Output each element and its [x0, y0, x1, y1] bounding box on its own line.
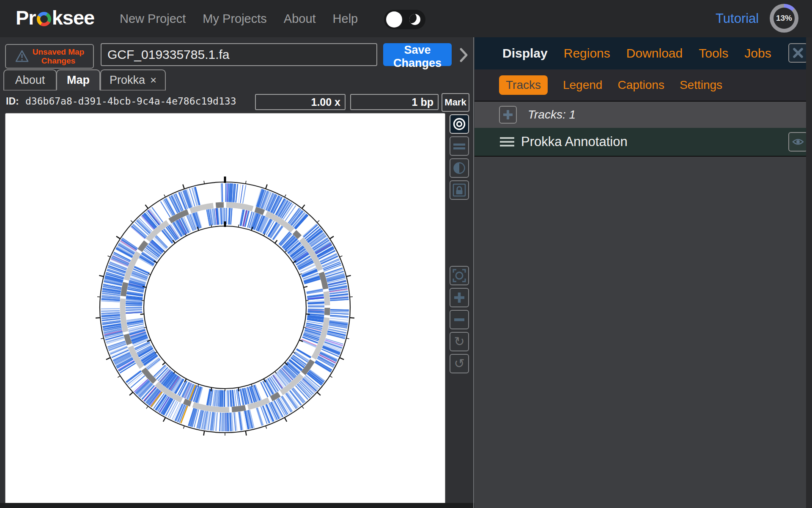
circular-view-button[interactable] — [450, 114, 469, 134]
subtab-tracks[interactable]: Tracks — [499, 75, 548, 95]
subtab-captions[interactable]: Captions — [617, 78, 664, 92]
theme-toggle[interactable] — [384, 10, 425, 29]
circular-map-icon — [452, 117, 466, 131]
drag-handle-icon[interactable] — [500, 137, 514, 146]
fit-view-icon — [452, 268, 467, 283]
tutorial-link[interactable]: Tutorial — [716, 11, 759, 26]
panel-divider[interactable] — [473, 37, 474, 508]
bp-position-box[interactable]: 1 bp — [350, 94, 439, 110]
map-workspace: Unsaved Map Changes Save Changes About M… — [0, 37, 475, 508]
zoom-out-button[interactable] — [450, 310, 469, 329]
tracks-header-row: Tracks: 1 — [475, 102, 812, 129]
window-bottom-edge — [0, 503, 475, 508]
add-track-button[interactable] — [499, 106, 517, 124]
tab-map[interactable]: Map — [56, 69, 100, 91]
plus-icon — [452, 290, 466, 305]
track-item-prokka-annotation[interactable]: Prokka Annotation — [475, 128, 812, 157]
map-id-value: d36b67a8-d391-4bcb-9c4a-4e786c19d133 — [25, 96, 236, 107]
chevron-right-icon — [459, 47, 469, 63]
zoom-level-box[interactable]: 1.00 x — [255, 94, 346, 110]
close-panel-button[interactable] — [788, 43, 808, 63]
map-name-input[interactable] — [101, 43, 377, 66]
collapse-panel-chevron[interactable] — [459, 47, 469, 64]
panel-tab-download[interactable]: Download — [626, 46, 683, 61]
progress-ring[interactable]: 13% — [770, 4, 798, 33]
warning-triangle-icon — [15, 50, 29, 63]
plus-icon — [502, 109, 514, 121]
panel-tab-jobs[interactable]: Jobs — [744, 46, 771, 61]
undo-button[interactable]: ↺ — [450, 354, 469, 373]
progress-percent: 13% — [776, 14, 792, 23]
linear-map-icon — [452, 139, 466, 153]
side-panel-header: Display Regions Download Tools Jobs — [475, 37, 812, 69]
genome-map-svg[interactable] — [5, 113, 445, 503]
track-name: Prokka Annotation — [521, 134, 628, 149]
display-subtabs: Tracks Legend Captions Settings — [475, 69, 812, 102]
undo-icon: ↺ — [454, 357, 464, 370]
nav-new-project[interactable]: New Project — [120, 12, 186, 26]
nav-my-projects[interactable]: My Projects — [203, 12, 266, 26]
status-row: ID: d36b67a8-d391-4bcb-9c4a-4e786c19d133… — [0, 92, 475, 112]
side-panel: Display Regions Download Tools Jobs Trac… — [475, 37, 812, 508]
lock-icon — [452, 182, 467, 198]
subtab-settings[interactable]: Settings — [680, 78, 722, 92]
scrollbar-track[interactable] — [806, 37, 812, 508]
subtab-legend[interactable]: Legend — [563, 78, 602, 92]
nav-help[interactable]: Help — [333, 12, 358, 26]
panel-tab-display[interactable]: Display — [502, 46, 548, 61]
redo-icon: ↻ — [454, 335, 464, 348]
navbar: Pr ksee New Project My Projects About He… — [0, 0, 812, 37]
logo-text-pre: Pr — [16, 6, 36, 29]
logo-text-post: ksee — [52, 6, 95, 29]
panel-tab-regions[interactable]: Regions — [564, 46, 610, 61]
close-tab-icon[interactable]: × — [150, 75, 156, 86]
contrast-icon — [452, 161, 466, 175]
zoom-in-button[interactable] — [450, 288, 469, 307]
tracks-count-label: Tracks: 1 — [528, 108, 576, 121]
minus-icon — [452, 312, 466, 327]
lock-map-button[interactable] — [450, 180, 469, 200]
linear-view-button[interactable] — [450, 136, 469, 156]
logo-color-ring-icon — [37, 12, 51, 26]
redo-button[interactable]: ↻ — [450, 332, 469, 351]
eye-icon — [791, 135, 805, 149]
unsaved-changes-label: Unsaved Map Changes — [33, 47, 84, 66]
genome-map-canvas[interactable] — [5, 113, 445, 504]
save-changes-button[interactable]: Save Changes — [383, 43, 452, 66]
close-x-icon — [792, 47, 804, 59]
nav-about[interactable]: About — [284, 12, 316, 26]
panel-tab-tools[interactable]: Tools — [699, 46, 728, 61]
proksee-logo[interactable]: Pr ksee — [16, 6, 94, 29]
track-visibility-button[interactable] — [788, 132, 808, 152]
light-mode-icon — [386, 11, 402, 28]
nav-links: New Project My Projects About Help — [120, 0, 358, 37]
tab-about[interactable]: About — [3, 69, 57, 91]
map-id-label: ID: — [6, 96, 19, 107]
invert-colors-button[interactable] — [450, 158, 469, 178]
mark-button[interactable]: Mark — [442, 93, 469, 112]
dark-mode-moon-icon — [409, 14, 420, 25]
unsaved-changes-button[interactable]: Unsaved Map Changes — [5, 44, 94, 69]
fit-to-view-button[interactable] — [450, 266, 469, 285]
tab-prokka[interactable]: Prokka × — [100, 69, 166, 91]
